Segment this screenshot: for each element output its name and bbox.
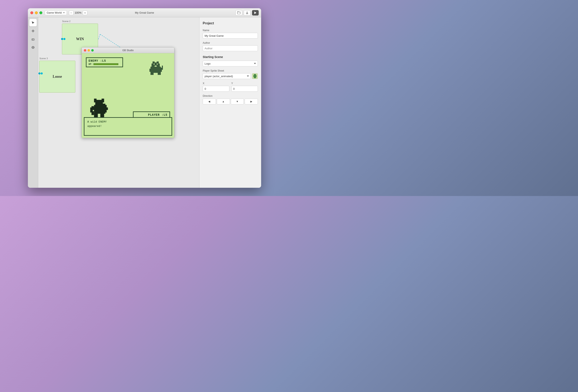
direction-label: Direction [203, 94, 258, 97]
export-button[interactable] [244, 10, 250, 15]
x-input[interactable] [203, 86, 229, 92]
cube-icon [31, 46, 35, 49]
eraser-icon [31, 38, 35, 41]
starting-scene-section-title: Starting Scene [203, 55, 258, 59]
player-sprite-row: player (actor_animated) [203, 73, 258, 79]
enemy-hp-label: HP: [89, 63, 93, 65]
open-folder-button[interactable] [236, 10, 242, 15]
gb-traffic-lights [84, 49, 94, 52]
player-name: PLAYER :L5 [136, 113, 167, 117]
enemy-name: ENEMY :L5 [89, 59, 120, 62]
enemy-stats-box: ENEMY :L5 HP: [86, 57, 123, 67]
scene3-title: Loose [40, 61, 75, 92]
main-window: Game World ▼ − 100% + My Great Game [28, 8, 261, 188]
name-input[interactable] [203, 33, 258, 39]
maximize-button[interactable] [40, 11, 42, 14]
scene3-label: Scene 3 [40, 57, 48, 60]
y-label: Y [231, 82, 258, 85]
scene3-left-connector[interactable] [38, 72, 41, 75]
svg-rect-33 [104, 107, 108, 110]
y-input[interactable] [231, 86, 258, 92]
svg-rect-21 [162, 66, 163, 69]
scene3-left-connector2[interactable] [41, 72, 43, 75]
svg-rect-15 [149, 69, 151, 72]
world-selector-label: Game World [47, 11, 62, 14]
right-panel: Project Name Author Starting Scene Logo … [199, 17, 261, 188]
export-icon [245, 11, 249, 14]
player-sprite-label: Player Sprite Sheet [203, 69, 258, 72]
direction-grid: ◀ ▲ ▼ ▶ [203, 99, 258, 104]
x-label: X [203, 82, 229, 85]
gb-window-title: GB Studio [122, 49, 134, 52]
author-label: Author [203, 42, 258, 44]
enemy-hp-bar [94, 63, 118, 65]
direction-right-button[interactable]: ▶ [245, 99, 258, 104]
play-button[interactable] [252, 10, 259, 15]
zoom-out-button[interactable]: − [69, 10, 73, 15]
folder-icon [237, 11, 241, 14]
enemy-hp-container: HP: [89, 63, 120, 65]
author-input[interactable] [203, 45, 258, 51]
sprite-thumbnail [253, 74, 257, 78]
canvas-area[interactable]: Scene 2 WIN Scene 3 Loose [38, 17, 199, 188]
dog-sprite-svg [147, 61, 164, 78]
chevron-down-icon: ▼ [63, 11, 65, 14]
svg-rect-2 [32, 39, 34, 40]
svg-rect-11 [157, 61, 159, 64]
svg-rect-32 [92, 107, 95, 110]
title-bar-actions [236, 10, 259, 15]
svg-rect-25 [94, 99, 96, 102]
svg-rect-18 [157, 64, 158, 65]
starting-scene-select[interactable]: Logo Scene 2 Scene 3 [203, 61, 258, 66]
add-icon [31, 29, 35, 33]
traffic-lights [30, 11, 42, 14]
svg-rect-9 [159, 64, 160, 67]
select-tool-button[interactable] [29, 19, 37, 26]
zoom-in-button[interactable]: + [83, 10, 87, 15]
svg-rect-17 [154, 64, 155, 65]
toolbar [28, 17, 38, 188]
title-bar: Game World ▼ − 100% + My Great Game [28, 8, 261, 17]
main-content: Scene 2 WIN Scene 3 Loose [28, 17, 261, 188]
panel-title: Project [203, 21, 258, 25]
gb-minimize-button[interactable] [88, 49, 90, 52]
player-sprite-select[interactable]: player (actor_animated) [203, 73, 251, 79]
direction-up-button[interactable]: ▲ [217, 99, 230, 104]
add-tool-button[interactable] [29, 27, 37, 35]
scene-tool-button[interactable] [29, 44, 37, 51]
cursor-icon [31, 21, 35, 24]
zoom-controls: − 100% + [69, 10, 87, 15]
svg-rect-19 [155, 66, 157, 67]
svg-rect-37 [255, 77, 256, 78]
gb-close-button[interactable] [84, 49, 86, 52]
svg-rect-10 [152, 61, 155, 64]
gb-content: ENEMY :L5 HP: [82, 53, 174, 138]
window-title: My Great Game [135, 11, 154, 14]
sprite-preview [252, 73, 258, 79]
play-icon [254, 11, 256, 14]
x-field: X [203, 79, 229, 92]
world-selector[interactable]: Game World ▼ [45, 10, 67, 15]
scene3-box[interactable]: Scene 3 Loose [39, 61, 75, 93]
gb-maximize-button[interactable] [91, 49, 94, 52]
battle-area: ENEMY :L5 HP: [82, 53, 174, 138]
scene2-left-connector[interactable] [61, 38, 63, 40]
gb-studio-window[interactable]: GB Studio ENEMY :L5 HP: [82, 47, 174, 138]
y-field: Y [231, 79, 258, 92]
zoom-level: 100% [75, 11, 82, 14]
gb-titlebar: GB Studio [82, 47, 174, 53]
name-label: Name [203, 29, 258, 32]
direction-down-button[interactable]: ▼ [231, 99, 244, 104]
svg-rect-36 [254, 77, 255, 78]
close-button[interactable] [30, 11, 33, 14]
erase-tool-button[interactable] [29, 36, 37, 43]
enemy-sprite [147, 61, 164, 78]
dialog-text: A wild ENEMYappeared! [87, 120, 107, 128]
minimize-button[interactable] [35, 11, 38, 14]
scene2-label: Scene 2 [62, 20, 70, 22]
scene2-left-connector2[interactable] [63, 38, 65, 40]
xy-row: X Y [203, 79, 258, 92]
svg-rect-26 [101, 99, 104, 102]
direction-left-button[interactable]: ◀ [203, 99, 216, 104]
svg-rect-8 [151, 64, 152, 67]
